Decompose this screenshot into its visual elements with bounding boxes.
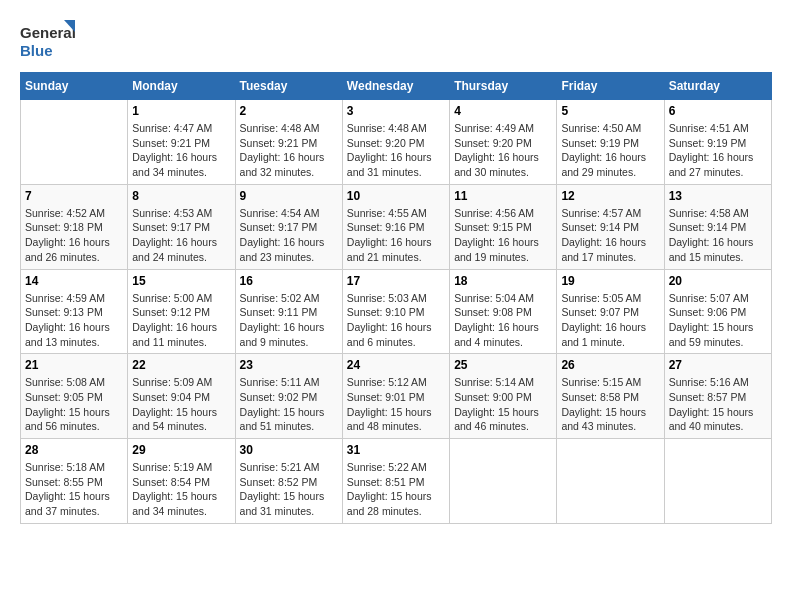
day-number: 9 [240, 189, 338, 203]
day-number: 4 [454, 104, 552, 118]
day-info: Sunrise: 5:04 AMSunset: 9:08 PMDaylight:… [454, 291, 552, 350]
calendar-day-cell: 4Sunrise: 4:49 AMSunset: 9:20 PMDaylight… [450, 100, 557, 185]
day-info: Sunrise: 5:14 AMSunset: 9:00 PMDaylight:… [454, 375, 552, 434]
svg-text:Blue: Blue [20, 42, 53, 59]
calendar-week-row: 14Sunrise: 4:59 AMSunset: 9:13 PMDayligh… [21, 269, 772, 354]
calendar-day-cell: 23Sunrise: 5:11 AMSunset: 9:02 PMDayligh… [235, 354, 342, 439]
day-number: 11 [454, 189, 552, 203]
calendar-day-cell: 12Sunrise: 4:57 AMSunset: 9:14 PMDayligh… [557, 184, 664, 269]
day-info: Sunrise: 4:53 AMSunset: 9:17 PMDaylight:… [132, 206, 230, 265]
day-number: 24 [347, 358, 445, 372]
day-info: Sunrise: 5:19 AMSunset: 8:54 PMDaylight:… [132, 460, 230, 519]
day-info: Sunrise: 5:11 AMSunset: 9:02 PMDaylight:… [240, 375, 338, 434]
day-of-week-header: Sunday [21, 73, 128, 100]
day-info: Sunrise: 4:49 AMSunset: 9:20 PMDaylight:… [454, 121, 552, 180]
day-number: 18 [454, 274, 552, 288]
calendar-header-row: SundayMondayTuesdayWednesdayThursdayFrid… [21, 73, 772, 100]
day-info: Sunrise: 5:05 AMSunset: 9:07 PMDaylight:… [561, 291, 659, 350]
calendar-day-cell: 6Sunrise: 4:51 AMSunset: 9:19 PMDaylight… [664, 100, 771, 185]
calendar-day-cell: 20Sunrise: 5:07 AMSunset: 9:06 PMDayligh… [664, 269, 771, 354]
calendar-day-cell: 7Sunrise: 4:52 AMSunset: 9:18 PMDaylight… [21, 184, 128, 269]
day-info: Sunrise: 4:48 AMSunset: 9:20 PMDaylight:… [347, 121, 445, 180]
day-number: 19 [561, 274, 659, 288]
day-number: 28 [25, 443, 123, 457]
day-number: 5 [561, 104, 659, 118]
day-info: Sunrise: 5:18 AMSunset: 8:55 PMDaylight:… [25, 460, 123, 519]
day-info: Sunrise: 4:52 AMSunset: 9:18 PMDaylight:… [25, 206, 123, 265]
day-number: 7 [25, 189, 123, 203]
calendar-day-cell [450, 439, 557, 524]
calendar-week-row: 1Sunrise: 4:47 AMSunset: 9:21 PMDaylight… [21, 100, 772, 185]
day-info: Sunrise: 4:47 AMSunset: 9:21 PMDaylight:… [132, 121, 230, 180]
day-of-week-header: Thursday [450, 73, 557, 100]
day-number: 13 [669, 189, 767, 203]
day-info: Sunrise: 4:48 AMSunset: 9:21 PMDaylight:… [240, 121, 338, 180]
calendar-week-row: 28Sunrise: 5:18 AMSunset: 8:55 PMDayligh… [21, 439, 772, 524]
calendar-week-row: 7Sunrise: 4:52 AMSunset: 9:18 PMDaylight… [21, 184, 772, 269]
day-info: Sunrise: 5:22 AMSunset: 8:51 PMDaylight:… [347, 460, 445, 519]
calendar-day-cell: 31Sunrise: 5:22 AMSunset: 8:51 PMDayligh… [342, 439, 449, 524]
day-number: 10 [347, 189, 445, 203]
calendar-day-cell: 30Sunrise: 5:21 AMSunset: 8:52 PMDayligh… [235, 439, 342, 524]
day-number: 21 [25, 358, 123, 372]
day-number: 14 [25, 274, 123, 288]
calendar-day-cell [664, 439, 771, 524]
day-info: Sunrise: 4:57 AMSunset: 9:14 PMDaylight:… [561, 206, 659, 265]
calendar-day-cell: 19Sunrise: 5:05 AMSunset: 9:07 PMDayligh… [557, 269, 664, 354]
day-info: Sunrise: 5:16 AMSunset: 8:57 PMDaylight:… [669, 375, 767, 434]
day-info: Sunrise: 5:02 AMSunset: 9:11 PMDaylight:… [240, 291, 338, 350]
calendar-day-cell: 3Sunrise: 4:48 AMSunset: 9:20 PMDaylight… [342, 100, 449, 185]
day-number: 31 [347, 443, 445, 457]
calendar-day-cell: 8Sunrise: 4:53 AMSunset: 9:17 PMDaylight… [128, 184, 235, 269]
calendar-day-cell: 18Sunrise: 5:04 AMSunset: 9:08 PMDayligh… [450, 269, 557, 354]
calendar-day-cell: 24Sunrise: 5:12 AMSunset: 9:01 PMDayligh… [342, 354, 449, 439]
day-number: 23 [240, 358, 338, 372]
day-info: Sunrise: 4:51 AMSunset: 9:19 PMDaylight:… [669, 121, 767, 180]
day-number: 27 [669, 358, 767, 372]
day-number: 6 [669, 104, 767, 118]
calendar-day-cell: 26Sunrise: 5:15 AMSunset: 8:58 PMDayligh… [557, 354, 664, 439]
day-of-week-header: Saturday [664, 73, 771, 100]
day-number: 2 [240, 104, 338, 118]
day-info: Sunrise: 4:59 AMSunset: 9:13 PMDaylight:… [25, 291, 123, 350]
logo-svg: GeneralBlue [20, 20, 80, 64]
day-of-week-header: Monday [128, 73, 235, 100]
day-number: 12 [561, 189, 659, 203]
calendar-day-cell: 15Sunrise: 5:00 AMSunset: 9:12 PMDayligh… [128, 269, 235, 354]
day-number: 20 [669, 274, 767, 288]
calendar-day-cell: 29Sunrise: 5:19 AMSunset: 8:54 PMDayligh… [128, 439, 235, 524]
calendar-week-row: 21Sunrise: 5:08 AMSunset: 9:05 PMDayligh… [21, 354, 772, 439]
day-info: Sunrise: 5:15 AMSunset: 8:58 PMDaylight:… [561, 375, 659, 434]
day-number: 15 [132, 274, 230, 288]
day-info: Sunrise: 4:50 AMSunset: 9:19 PMDaylight:… [561, 121, 659, 180]
calendar-day-cell [21, 100, 128, 185]
calendar-day-cell: 22Sunrise: 5:09 AMSunset: 9:04 PMDayligh… [128, 354, 235, 439]
day-info: Sunrise: 5:21 AMSunset: 8:52 PMDaylight:… [240, 460, 338, 519]
day-number: 8 [132, 189, 230, 203]
day-info: Sunrise: 4:58 AMSunset: 9:14 PMDaylight:… [669, 206, 767, 265]
day-number: 22 [132, 358, 230, 372]
calendar-day-cell: 13Sunrise: 4:58 AMSunset: 9:14 PMDayligh… [664, 184, 771, 269]
day-info: Sunrise: 5:12 AMSunset: 9:01 PMDaylight:… [347, 375, 445, 434]
day-of-week-header: Friday [557, 73, 664, 100]
day-number: 26 [561, 358, 659, 372]
day-info: Sunrise: 4:55 AMSunset: 9:16 PMDaylight:… [347, 206, 445, 265]
calendar-day-cell [557, 439, 664, 524]
svg-text:General: General [20, 24, 76, 41]
calendar-day-cell: 2Sunrise: 4:48 AMSunset: 9:21 PMDaylight… [235, 100, 342, 185]
calendar-table: SundayMondayTuesdayWednesdayThursdayFrid… [20, 72, 772, 524]
day-number: 29 [132, 443, 230, 457]
day-info: Sunrise: 5:07 AMSunset: 9:06 PMDaylight:… [669, 291, 767, 350]
day-info: Sunrise: 4:56 AMSunset: 9:15 PMDaylight:… [454, 206, 552, 265]
calendar-day-cell: 16Sunrise: 5:02 AMSunset: 9:11 PMDayligh… [235, 269, 342, 354]
calendar-body: 1Sunrise: 4:47 AMSunset: 9:21 PMDaylight… [21, 100, 772, 524]
calendar-day-cell: 21Sunrise: 5:08 AMSunset: 9:05 PMDayligh… [21, 354, 128, 439]
day-info: Sunrise: 5:00 AMSunset: 9:12 PMDaylight:… [132, 291, 230, 350]
day-of-week-header: Wednesday [342, 73, 449, 100]
calendar-day-cell: 14Sunrise: 4:59 AMSunset: 9:13 PMDayligh… [21, 269, 128, 354]
calendar-day-cell: 11Sunrise: 4:56 AMSunset: 9:15 PMDayligh… [450, 184, 557, 269]
day-info: Sunrise: 5:09 AMSunset: 9:04 PMDaylight:… [132, 375, 230, 434]
day-number: 3 [347, 104, 445, 118]
day-info: Sunrise: 4:54 AMSunset: 9:17 PMDaylight:… [240, 206, 338, 265]
calendar-day-cell: 5Sunrise: 4:50 AMSunset: 9:19 PMDaylight… [557, 100, 664, 185]
